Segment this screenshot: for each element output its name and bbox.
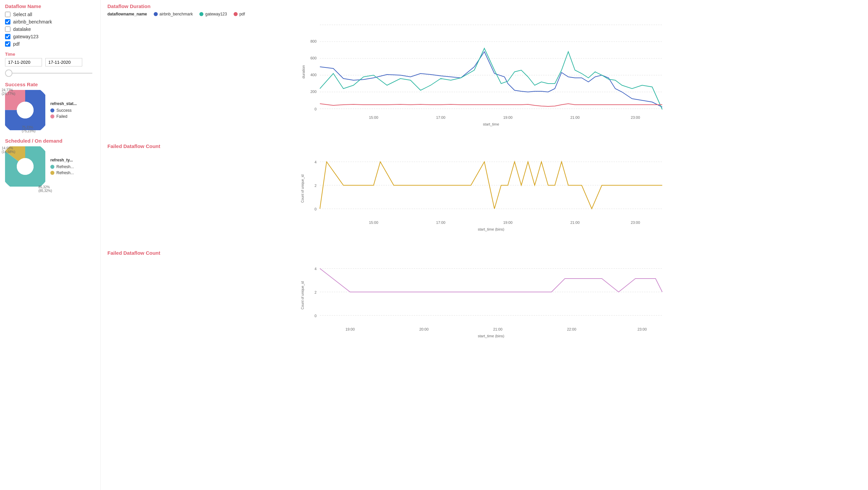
failed-count-1-title: Failed Dataflow Count: [107, 143, 861, 149]
scheduled-teal-item: Refresh...: [50, 164, 74, 169]
pdf-legend-text: pdf: [239, 12, 245, 17]
duration-legend: dataflowname_name airbnb_benchmark gatew…: [107, 12, 861, 17]
scheduled-85-label: 85,32%(85,32%): [38, 185, 52, 193]
pdf-checkbox[interactable]: [5, 41, 10, 47]
svg-text:23:00: 23:00: [638, 327, 647, 331]
airbnb-legend: airbnb_benchmark: [154, 12, 193, 17]
scheduled-teal-label: Refresh...: [56, 164, 74, 169]
scheduled-gold-label: Refresh...: [56, 171, 74, 175]
airbnb-legend-dot: [154, 12, 158, 16]
select-all-label: Select all: [13, 12, 32, 17]
gateway-legend: gateway123: [199, 12, 227, 17]
svg-text:19:00: 19:00: [345, 327, 355, 331]
scheduled-legend: refresh_ty... Refresh... Refresh...: [50, 158, 74, 177]
scheduled-pie-container: 14,68%(14,68%) 85,32%(85,32%) refresh_ty…: [5, 146, 95, 188]
success-rate-title: Success Rate: [5, 82, 95, 87]
scheduled-gold-item: Refresh...: [50, 171, 74, 175]
svg-text:2: 2: [314, 290, 316, 294]
failed-dot: [50, 115, 54, 119]
pdf-legend-dot: [234, 12, 238, 16]
failed-count-2-title: Failed Dataflow Count: [107, 250, 861, 256]
failed-label: Failed: [56, 114, 67, 119]
svg-text:0: 0: [314, 314, 316, 318]
select-all-checkbox[interactable]: [5, 12, 10, 17]
svg-text:4: 4: [314, 267, 316, 271]
datalake-checkbox[interactable]: [5, 27, 10, 32]
success-dot: [50, 109, 54, 113]
success-rate-pie-wrapper: 24,77%(24,77%) 75,23%(75,23%): [5, 90, 45, 131]
failed-count-1-area: Failed Dataflow Count 0 2 4 Count of uni…: [107, 143, 861, 240]
scheduled-pie-wrapper: 14,68%(14,68%) 85,32%(85,32%): [5, 146, 45, 188]
datalake-label: datalake: [13, 27, 31, 32]
scheduled-legend-title: refresh_ty...: [50, 158, 74, 162]
time-title: Time: [5, 52, 95, 57]
svg-text:600: 600: [310, 56, 316, 60]
svg-text:21:00: 21:00: [493, 327, 502, 331]
airbnb-item[interactable]: airbnb_benchmark: [5, 19, 95, 25]
svg-text:800: 800: [310, 39, 316, 43]
failed-legend-item: Failed: [50, 114, 77, 119]
dataflow-list: Select all airbnb_benchmark datalake gat…: [5, 12, 95, 47]
svg-text:22:00: 22:00: [567, 327, 576, 331]
slider-thumb[interactable]: [5, 69, 12, 77]
svg-text:2: 2: [314, 184, 316, 188]
success-rate-section: Success Rate 24,77%(24,77%) 75,23%(75,23…: [5, 82, 95, 131]
select-all-item[interactable]: Select all: [5, 12, 95, 17]
duration-legend-label: dataflowname_name: [107, 12, 147, 17]
svg-text:Count of unique_id: Count of unique_id: [301, 175, 304, 203]
svg-text:start_time: start_time: [483, 122, 499, 126]
time-section: [5, 58, 95, 76]
datalake-item[interactable]: datalake: [5, 27, 95, 32]
dataflow-duration-area: Dataflow Duration dataflowname_name airb…: [107, 3, 861, 133]
date-inputs: [5, 58, 95, 66]
svg-text:start_time (bins): start_time (bins): [478, 227, 504, 231]
scheduled-title: Scheduled / On demand: [5, 138, 95, 144]
airbnb-label: airbnb_benchmark: [13, 19, 52, 25]
success-label: Success: [56, 108, 71, 113]
failed-count-2-svg: 0 2 4 Count of unique_id 19:00 20:00 21:…: [107, 258, 861, 346]
svg-text:15:00: 15:00: [369, 116, 378, 120]
svg-text:17:00: 17:00: [436, 220, 445, 224]
gateway-item[interactable]: gateway123: [5, 34, 95, 39]
date-start-input[interactable]: [5, 58, 42, 66]
svg-text:4: 4: [314, 160, 316, 164]
svg-text:15:00: 15:00: [369, 220, 378, 224]
svg-point-2: [17, 102, 34, 119]
scheduled-section: Scheduled / On demand 14,68%(14,68%) 85,…: [5, 138, 95, 188]
pdf-legend: pdf: [234, 12, 245, 17]
slider-track: [5, 73, 92, 73]
success-rate-legend: refresh_stat... Success Failed: [50, 101, 77, 120]
svg-text:0: 0: [314, 107, 316, 111]
svg-text:21:00: 21:00: [570, 116, 580, 120]
time-slider[interactable]: [5, 70, 92, 76]
failed-count-1-svg: 0 2 4 Count of unique_id 15:00 17:00 19:…: [107, 152, 861, 239]
pdf-item[interactable]: pdf: [5, 41, 95, 47]
svg-text:0: 0: [314, 207, 316, 211]
dataflow-duration-title: Dataflow Duration: [107, 3, 861, 9]
svg-point-5: [17, 158, 34, 175]
gateway-legend-dot: [199, 12, 204, 16]
svg-text:20:00: 20:00: [419, 327, 429, 331]
dataflow-name-title: Dataflow Name: [5, 3, 95, 9]
scheduled-gold-dot: [50, 171, 54, 175]
gateway-label: gateway123: [13, 34, 39, 39]
svg-text:17:00: 17:00: [436, 116, 445, 120]
gateway-legend-text: gateway123: [205, 12, 227, 17]
pdf-label: pdf: [13, 41, 20, 47]
svg-text:19:00: 19:00: [503, 116, 513, 120]
failed-count-2-area: Failed Dataflow Count 0 2 4 Count of uni…: [107, 250, 861, 347]
svg-text:21:00: 21:00: [570, 220, 580, 224]
airbnb-legend-text: airbnb_benchmark: [159, 12, 193, 17]
gateway-checkbox[interactable]: [5, 34, 10, 39]
scheduled-teal-dot: [50, 165, 54, 169]
success-rate-75-label: 75,23%(75,23%): [22, 125, 36, 133]
svg-text:start_time (bins): start_time (bins): [478, 334, 504, 338]
svg-text:200: 200: [310, 90, 316, 94]
duration-chart-svg: 0 200 400 600 800 duration 15:00 17:00 1…: [107, 18, 861, 132]
success-rate-legend-title: refresh_stat...: [50, 101, 77, 106]
svg-text:400: 400: [310, 73, 316, 77]
date-end-input[interactable]: [45, 58, 82, 66]
airbnb-checkbox[interactable]: [5, 19, 10, 25]
svg-text:23:00: 23:00: [631, 116, 640, 120]
success-rate-pie-container: 24,77%(24,77%) 75,23%(75,23%) refresh_st…: [5, 90, 95, 131]
